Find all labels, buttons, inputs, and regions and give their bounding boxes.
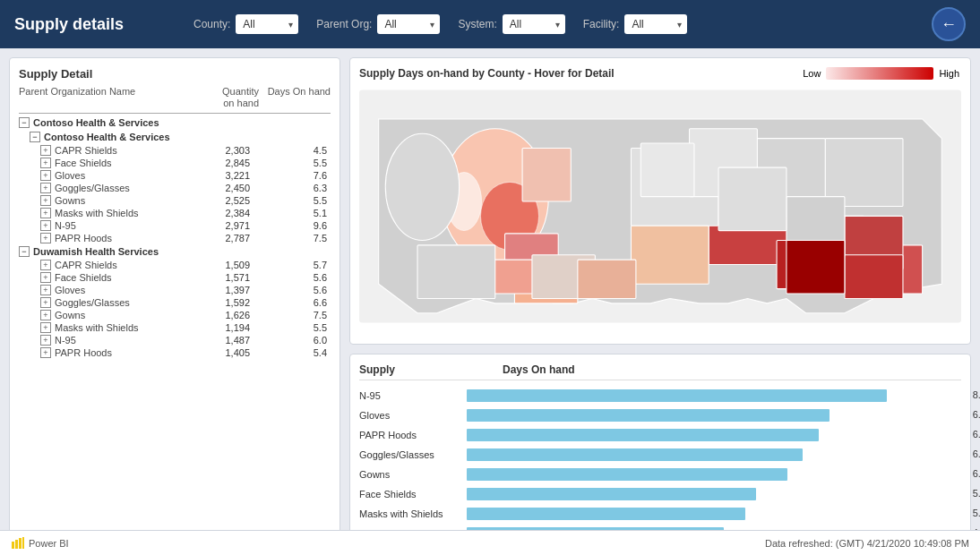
table-row: + N-95 2,971 9.6 — [19, 219, 331, 232]
group-row-duwamish[interactable]: − Duwamish Health Services — [19, 244, 331, 259]
chart-col-supply-header: Supply — [359, 363, 467, 376]
parentorg-select-wrap[interactable]: All — [377, 14, 440, 34]
col-name-header: Parent Organization Name — [19, 86, 178, 109]
row-icon[interactable]: + — [40, 335, 51, 346]
svg-rect-19 — [845, 255, 903, 299]
table-row: + PAPR Hoods 1,405 5.4 — [19, 346, 331, 359]
powerbi-icon — [11, 536, 25, 551]
row-icon[interactable]: + — [40, 297, 51, 308]
county-select-wrap[interactable]: All — [236, 14, 298, 34]
bar-value: 8.0 — [973, 389, 980, 400]
bar-value: 6.9 — [973, 409, 980, 420]
parentorg-select[interactable]: All — [377, 14, 440, 34]
bar-value: 5.3 — [973, 508, 980, 518]
row-icon[interactable]: + — [40, 170, 51, 181]
bar-value: 6.7 — [973, 429, 980, 440]
page-title: Supply details — [14, 15, 176, 34]
bar-label: N-95 — [359, 390, 467, 401]
table-row: + CAPR Shields 1,509 5.7 — [19, 259, 331, 271]
system-select[interactable]: All — [503, 14, 565, 34]
row-icon[interactable]: + — [40, 145, 51, 156]
group-row-contoso[interactable]: − Contoso Health & Services — [19, 115, 331, 130]
row-icon[interactable]: + — [40, 220, 51, 231]
bar-label: Gowns — [359, 469, 467, 480]
bar-fill — [467, 508, 745, 520]
table-row: + Gloves 1,397 5.6 — [19, 284, 331, 296]
table-header: Parent Organization Name Quantityon hand… — [19, 86, 331, 114]
row-icon[interactable]: + — [40, 285, 51, 295]
svg-rect-17 — [718, 167, 787, 230]
facility-select-wrap[interactable]: All — [624, 14, 687, 34]
wa-state-map[interactable] — [359, 85, 961, 328]
refresh-text: Data refreshed: (GMT) 4/21/2020 10:49:08… — [765, 538, 969, 549]
bar-fill — [467, 488, 756, 500]
bar-label: Goggles/Glasses — [359, 449, 467, 460]
svg-rect-23 — [494, 260, 537, 294]
table-row: + Goggles/Glasses 2,450 6.3 — [19, 182, 331, 194]
table-row: + N-95 1,487 6.0 — [19, 334, 331, 346]
expand-icon-duwamish[interactable]: − — [19, 246, 30, 257]
row-icon[interactable]: + — [40, 310, 51, 320]
legend-bar — [826, 67, 933, 80]
row-icon[interactable]: + — [40, 260, 51, 270]
facility-filter-group: Facility: All — [583, 14, 688, 34]
svg-point-14 — [385, 133, 459, 240]
chart-bar-row: Gowns6.1 — [359, 466, 961, 482]
expand-icon-contoso[interactable]: − — [19, 117, 30, 128]
chart-col-days-header: Days On hand — [503, 363, 575, 376]
table-row: + Gowns 1,626 7.5 — [19, 309, 331, 321]
back-button[interactable]: ← — [932, 7, 966, 41]
chart-bar-row: Gloves6.9 — [359, 407, 961, 423]
row-icon[interactable]: + — [40, 322, 51, 333]
chart-bar-row: N-958.0 — [359, 388, 961, 404]
bar-wrapper: 5.5 — [467, 488, 961, 500]
county-filter-group: County: All — [193, 14, 298, 34]
chart-bar-row: PAPR Hoods6.7 — [359, 427, 961, 443]
system-label: System: — [458, 18, 496, 30]
parentorg-label: Parent Org: — [316, 18, 372, 30]
svg-rect-12 — [640, 143, 694, 197]
footer: Power BI Data refreshed: (GMT) 4/21/2020… — [0, 530, 980, 555]
table-row: + Gowns 2,525 5.5 — [19, 194, 331, 207]
svg-rect-30 — [22, 537, 24, 549]
county-select[interactable]: All — [236, 14, 298, 34]
svg-rect-29 — [19, 538, 21, 549]
sub-group-row-contoso[interactable]: − Contoso Health & Services — [19, 130, 331, 144]
bar-wrapper: 5.3 — [467, 508, 961, 520]
chart-bar-row: Face Shields5.5 — [359, 486, 961, 502]
county-label: County: — [193, 18, 230, 30]
expand-icon-contoso-sub[interactable]: − — [30, 132, 40, 142]
svg-rect-28 — [15, 540, 18, 549]
legend-low-label: Low — [803, 68, 821, 79]
bar-label: Masks with Shields — [359, 508, 467, 519]
chart-panel: Supply Days On hand N-958.0Gloves6.9PAPR… — [349, 354, 971, 546]
row-icon[interactable]: + — [40, 233, 51, 243]
row-icon[interactable]: + — [40, 183, 51, 193]
facility-select[interactable]: All — [624, 14, 687, 34]
supply-detail-title: Supply Detail — [19, 67, 331, 81]
svg-rect-10 — [631, 226, 709, 284]
table-row: + PAPR Hoods 2,787 7.5 — [19, 232, 331, 244]
col-days-header: Days On hand — [259, 86, 331, 109]
table-row: + Gloves 3,221 7.6 — [19, 169, 331, 182]
bar-fill — [467, 429, 819, 441]
table-row: + CAPR Shields 2,303 4.5 — [19, 144, 331, 157]
row-icon[interactable]: + — [40, 347, 51, 358]
row-icon[interactable]: + — [40, 158, 51, 168]
table-row: + Face Shields 2,845 5.5 — [19, 157, 331, 169]
map-legend: Low High — [803, 67, 959, 80]
row-icon[interactable]: + — [40, 208, 51, 218]
bar-label: Face Shields — [359, 489, 467, 500]
group-label-duwamish: − Duwamish Health Services — [19, 246, 178, 257]
row-icon[interactable]: + — [40, 195, 51, 206]
table-row: + Goggles/Glasses 1,592 6.6 — [19, 296, 331, 309]
system-select-wrap[interactable]: All — [503, 14, 565, 34]
table-row: + Face Shields 1,571 5.6 — [19, 271, 331, 284]
bar-label: Gloves — [359, 410, 467, 421]
bar-fill — [467, 409, 830, 422]
svg-rect-26 — [578, 260, 636, 298]
bar-fill — [467, 448, 803, 461]
row-icon[interactable]: + — [40, 272, 51, 283]
svg-rect-27 — [12, 542, 14, 549]
map-panel: Supply Days on-hand by County - Hover fo… — [349, 57, 971, 345]
